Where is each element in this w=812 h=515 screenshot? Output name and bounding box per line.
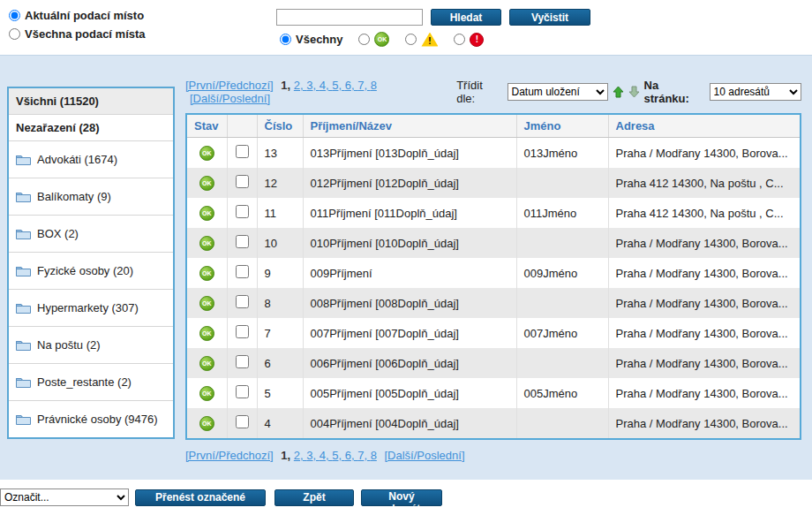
content-area: [První/Předchozí] 12345678 [Další/Posled…	[185, 63, 801, 462]
radio-current-place[interactable]: Aktuální podací místo	[9, 9, 146, 22]
folder-icon	[16, 302, 31, 314]
filter-error-input[interactable]	[454, 34, 465, 45]
folder-icon	[16, 191, 31, 202]
search-button[interactable]: Hledat	[431, 9, 501, 26]
pagination-page-link[interactable]: 5	[332, 79, 344, 92]
main-area: Všichni (11520) Nezařazení (28) Advokáti…	[0, 55, 812, 480]
sort-select[interactable]: Datum uložení	[508, 83, 608, 101]
row-checkbox[interactable]	[236, 205, 249, 218]
cell-surname: 004Příjmení [004Doplň_údaj]	[303, 408, 516, 439]
sidebar-item-pravnicke-osoby[interactable]: Právnické osoby (9476)	[9, 401, 173, 437]
pagination-page-link[interactable]: 8	[371, 79, 377, 92]
table-row: OK 12 012Příjmení [012Doplň_údaj] Praha …	[186, 168, 801, 198]
folder-icon	[16, 339, 31, 351]
folder-icon	[16, 154, 31, 165]
cell-number: 11	[257, 198, 303, 228]
sidebar-item-advokati[interactable]: Advokáti (1674)	[9, 141, 173, 178]
sidebar-item-fyzicke-osoby[interactable]: Fyzické osoby (20)	[9, 253, 173, 290]
sidebar-item-label: BOX (2)	[37, 227, 79, 240]
sort-controls: Třídit dle: Datum uložení Na stránku: 10…	[456, 79, 801, 105]
row-checkbox[interactable]	[236, 325, 249, 338]
cell-number: 4	[257, 408, 303, 439]
sidebar-item-hypermarkety[interactable]: Hypermarkety (307)	[9, 290, 173, 327]
sort-descending-arrow-icon[interactable]	[628, 86, 640, 98]
row-checkbox[interactable]	[236, 415, 249, 428]
radio-current-place-input[interactable]	[9, 10, 20, 21]
row-checkbox[interactable]	[236, 385, 249, 398]
filter-warning[interactable]: !	[405, 33, 438, 47]
row-checkbox[interactable]	[236, 355, 249, 368]
ok-status-icon: OK	[199, 206, 214, 221]
pagination-page-link[interactable]: 3	[306, 79, 319, 92]
pagination-next-link[interactable]: [Další/Poslední]	[384, 449, 464, 462]
cell-firstname: 007Jméno	[516, 318, 608, 348]
folder-icon	[16, 376, 31, 388]
back-button[interactable]: Zpět	[274, 489, 354, 506]
filter-ok[interactable]: OK	[358, 32, 389, 47]
filter-all-label: Všechny	[296, 33, 342, 46]
pagination-page-current: 1	[281, 79, 293, 92]
pagination-page-link[interactable]: 7	[357, 449, 370, 462]
sidebar-item-poste-restante[interactable]: Poste_restante (2)	[9, 364, 173, 401]
table-row: OK 4 004Příjmení [004Doplň_údaj] Praha /…	[186, 408, 801, 439]
pagination-page-link[interactable]: 2	[294, 449, 306, 462]
row-checkbox[interactable]	[236, 175, 249, 188]
ok-icon: OK	[374, 32, 389, 47]
pagination-page-link[interactable]: 4	[320, 79, 332, 92]
filter-warning-input[interactable]	[405, 34, 417, 45]
pagination-page-link[interactable]: 5	[332, 449, 344, 462]
header-surname: Příjmení/Název	[303, 114, 516, 138]
sidebar-item-balikomaty[interactable]: Balíkomaty (9)	[9, 178, 173, 216]
clear-button[interactable]: Vyčistit	[509, 9, 590, 26]
per-page-select[interactable]: 10 adresátů	[710, 83, 801, 101]
category-sidebar: Všichni (11520) Nezařazení (28) Advokáti…	[7, 87, 175, 439]
pagination-page-link[interactable]: 2	[294, 79, 306, 92]
cell-number: 13	[257, 138, 303, 169]
pagination-page-link[interactable]: 3	[306, 449, 319, 462]
pagination-page-link[interactable]: 7	[357, 79, 370, 92]
cell-number: 10	[257, 228, 303, 258]
filter-all[interactable]: Všechny	[280, 33, 342, 46]
pagination-page-link[interactable]: 4	[320, 449, 332, 462]
row-checkbox[interactable]	[236, 265, 249, 278]
pagination-page-link[interactable]: 6	[345, 449, 357, 462]
cell-firstname: 011Jméno	[516, 198, 608, 228]
addressee-table: Stav Číslo Příjmení/Název Jméno Adresa O…	[185, 113, 801, 440]
pagination-page-link[interactable]: 8	[371, 449, 377, 462]
radio-all-places[interactable]: Všechna podací místa	[9, 27, 146, 41]
row-checkbox[interactable]	[236, 295, 249, 308]
mark-select[interactable]: Označit...	[0, 488, 129, 506]
filter-error[interactable]: !	[454, 33, 484, 47]
filter-ok-input[interactable]	[358, 34, 370, 45]
sidebar-item-all[interactable]: Všichni (11520)	[9, 88, 173, 115]
status-filter-radios: Všechny OK ! !	[280, 32, 590, 47]
header-status: Stav	[186, 114, 227, 138]
cell-address: Praha / Modřany 14300, Borova...	[608, 138, 801, 169]
pagination-prev-link[interactable]: [První/Předchozí]	[185, 79, 274, 92]
warning-icon: !	[421, 33, 438, 47]
table-row: OK 6 006Příjmení [006Doplň_údaj] Praha /…	[186, 348, 801, 378]
sidebar-item-na-postu[interactable]: Na poštu (2)	[9, 327, 173, 364]
row-checkbox[interactable]	[236, 235, 249, 248]
new-addressee-button[interactable]: Nový adresát	[361, 489, 442, 506]
bottom-toolbar: Označit... Přenést označené Zpět Nový ad…	[0, 480, 812, 515]
filter-all-input[interactable]	[280, 34, 291, 45]
sidebar-item-label: Všichni (11520)	[16, 95, 99, 108]
sort-ascending-arrow-icon[interactable]	[613, 86, 624, 98]
ok-status-icon: OK	[199, 356, 214, 371]
cell-number: 12	[257, 168, 303, 198]
cell-surname: 010Příjmení [010Doplň_údaj]	[303, 228, 516, 258]
transfer-selected-button[interactable]: Přenést označené	[135, 489, 266, 506]
radio-all-places-input[interactable]	[9, 28, 20, 40]
cell-firstname	[516, 228, 608, 258]
cell-number: 7	[257, 318, 303, 348]
pagination-page-link[interactable]: 6	[345, 79, 357, 92]
sidebar-item-unassigned[interactable]: Nezařazení (28)	[9, 115, 173, 141]
row-checkbox[interactable]	[236, 145, 249, 158]
pagination-prev-link[interactable]: [První/Předchozí]	[185, 449, 274, 462]
search-input[interactable]	[276, 9, 423, 26]
top-toolbar: Aktuální podací místo Všechna podací mís…	[0, 0, 812, 55]
cell-address: Praha / Modřany 14300, Borova...	[608, 348, 801, 378]
pagination-next-link[interactable]: [Další/Poslední]	[190, 92, 270, 105]
sidebar-item-box[interactable]: BOX (2)	[9, 216, 173, 253]
